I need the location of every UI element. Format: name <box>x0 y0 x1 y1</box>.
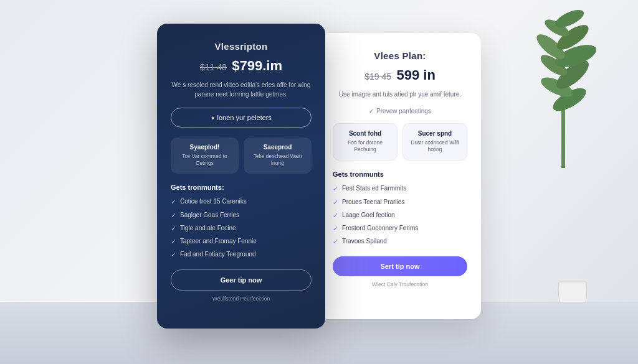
light-feature-2: ✓ Proues Teenal Prarlies <box>333 198 467 207</box>
dark-feature-2-text: Sagiger Goas Ferries <box>180 211 239 219</box>
light-feature-4-text: Frostord Goconnery Fenms <box>342 224 418 232</box>
light-feature-1-check: ✓ <box>333 184 338 193</box>
svg-rect-0 <box>561 81 565 168</box>
dark-option-1: Syaeplod! Tov Var commed to Cetings <box>171 138 239 174</box>
svg-point-5 <box>552 40 599 72</box>
light-option-1: Scont fohd Fon for dorone Pechuing <box>333 123 398 161</box>
dark-feature-1-text: Cotice trost 15 Careniks <box>180 197 247 205</box>
light-price-row: $19 45 599 in <box>333 67 467 83</box>
light-feature-3-check: ✓ <box>333 211 338 220</box>
svg-point-6 <box>533 30 568 63</box>
light-features-title: Gets tronmunts <box>333 170 467 178</box>
dark-feature-1: ✓ Cotice trost 15 Careniks <box>171 197 312 206</box>
light-option-2-desc: Dustr codnoced Wllli hoting <box>408 139 462 154</box>
light-feature-4: ✓ Frostord Goconnery Fenms <box>333 224 467 233</box>
preview-link-text: Prevew panfeetings <box>376 108 431 114</box>
light-options-grid: Scont fohd Fon for dorone Pechuing Sucer… <box>333 123 467 161</box>
dark-feature-3-check: ✓ <box>171 224 176 233</box>
pricing-card-light: Vlees Plan: $19 45 599 in Use imagre ant… <box>319 33 481 319</box>
dark-option-1-title: Syaeplod! <box>176 144 234 151</box>
dark-feature-5-check: ✓ <box>171 250 176 259</box>
light-feature-2-text: Proues Teenal Prarlies <box>342 198 404 206</box>
dark-option-2-desc: Telie deschead Waiti lnorig <box>249 153 307 168</box>
light-price-old: $19 45 <box>364 72 391 82</box>
light-feature-2-check: ✓ <box>333 198 338 207</box>
dark-feature-5: ✓ Fad and Fotiacy Teeground <box>171 250 312 259</box>
svg-point-3 <box>552 55 593 93</box>
dark-option-2: Saeeprod Telie deschead Waiti lnorig <box>244 138 312 174</box>
svg-point-2 <box>538 73 576 101</box>
light-feature-3: ✓ Laage Goel feotion <box>333 211 467 220</box>
dark-feature-5-text: Fad and Fotiacy Teeground <box>180 250 256 258</box>
dark-feature-4-check: ✓ <box>171 237 176 246</box>
light-footer-note: Wlect Caly Troufecotion <box>333 281 467 287</box>
light-plan-name: Vlees Plan: <box>333 50 467 61</box>
dark-price-new: $799.im <box>232 58 282 73</box>
dark-plan-name: Vlessripton <box>171 41 312 52</box>
pricing-cards-container: Vlessripton $11 48 $799.im We s resoled … <box>157 24 481 329</box>
light-feature-3-text: Laage Goel feotion <box>342 211 395 219</box>
pricing-card-dark: Vlessripton $11 48 $799.im We s resoled … <box>157 24 325 329</box>
svg-point-8 <box>542 16 571 40</box>
dark-feature-1-check: ✓ <box>171 197 176 206</box>
svg-point-7 <box>553 21 593 54</box>
plant-decoration <box>520 6 607 180</box>
svg-point-4 <box>538 51 570 79</box>
dark-price-old: $11 48 <box>200 62 227 72</box>
dark-feature-2: ✓ Sagiger Goas Ferries <box>171 211 312 220</box>
light-option-1-desc: Fon for dorone Pechuing <box>338 139 392 154</box>
light-preview-link[interactable]: ✓ Prevew panfeetings <box>333 108 467 114</box>
light-price-new: 599 in <box>396 67 435 83</box>
svg-point-1 <box>550 84 589 116</box>
light-feature-5-check: ✓ <box>333 237 338 246</box>
dark-description: We s resoled rend video editia's eries a… <box>171 80 312 99</box>
light-signup-button[interactable]: Sert tip now <box>333 256 467 276</box>
light-feature-1: ✓ Fest Stats ed Farmmits <box>333 184 467 193</box>
light-feature-1-text: Fest Stats ed Farmmits <box>342 184 406 192</box>
dark-feature-3-text: Tigle and ale Focine <box>180 224 236 232</box>
light-feature-5-text: Travoes Spiland <box>342 237 387 245</box>
dark-feature-4-text: Tapteer and Fromay Fennie <box>180 237 257 245</box>
dark-options-grid: Syaeplod! Tov Var commed to Cetings Saee… <box>171 138 312 174</box>
light-option-2-title: Sucer spnd <box>408 130 462 137</box>
dark-footer-note: Weulfstond Peurfeection <box>171 296 312 302</box>
light-option-2: Sucer spnd Dustr codnoced Wllli hoting <box>402 123 467 161</box>
light-option-1-title: Scont fohd <box>338 130 392 137</box>
dark-explore-button[interactable]: lonen yur peleters <box>171 108 312 128</box>
dark-option-2-title: Saeeprod <box>249 144 307 151</box>
dark-features-title: Gets tronmunts: <box>171 184 312 191</box>
light-feature-5: ✓ Travoes Spiland <box>333 237 467 246</box>
svg-point-9 <box>553 6 586 30</box>
dark-feature-2-check: ✓ <box>171 211 176 220</box>
dark-signup-button[interactable]: Geer tip now <box>171 269 312 291</box>
svg-point-10 <box>559 278 586 286</box>
preview-check-icon: ✓ <box>369 108 374 114</box>
dark-price-row: $11 48 $799.im <box>171 58 312 74</box>
dark-feature-3: ✓ Tigle and ale Focine <box>171 224 312 233</box>
dark-option-1-desc: Tov Var commed to Cetings <box>176 153 234 168</box>
light-feature-4-check: ✓ <box>333 224 338 233</box>
light-description: Use imagre ant tuls atied plr yue amif f… <box>333 90 467 99</box>
dark-feature-4: ✓ Tapteer and Fromay Fennie <box>171 237 312 246</box>
